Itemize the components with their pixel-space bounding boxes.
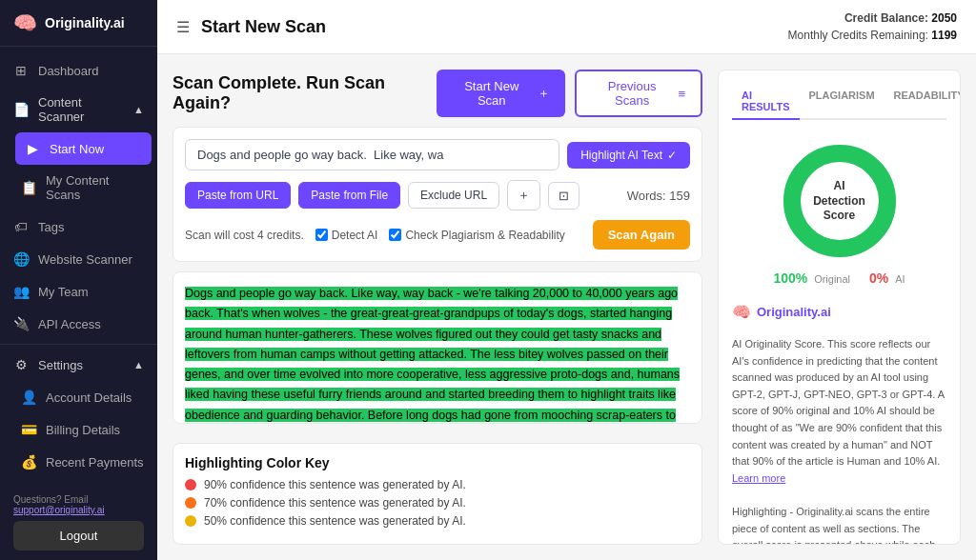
- detect-ai-checkbox[interactable]: [315, 229, 328, 241]
- sidebar-item-website-scanner[interactable]: 🌐 Website Scanner: [0, 243, 157, 275]
- sidebar-item-credit-subscription[interactable]: ⭐ Credit Subscription: [8, 478, 157, 485]
- sidebar-item-label: Start Now: [50, 142, 104, 156]
- chevron-up-icon: ▲: [133, 104, 144, 115]
- logo-text: Originality.ai: [45, 15, 125, 30]
- sidebar-item-label: My Content Scans: [46, 173, 144, 202]
- sidebar-item-label: API Access: [38, 317, 101, 331]
- score-ai: 0% AI: [869, 270, 905, 286]
- support-email-link[interactable]: support@originality.ai: [13, 505, 105, 515]
- color-key-section: Highlighting Color Key 90% confidence th…: [173, 443, 702, 545]
- scans-icon: 📋: [21, 180, 36, 195]
- sidebar-item-my-team[interactable]: 👥 My Team: [0, 275, 157, 308]
- results-tabs: AI RESULTS PLAGIARISM READABILITY: [732, 84, 946, 120]
- sidebar-item-label: Account Details: [46, 390, 132, 405]
- credit-balance-value: 2050: [931, 11, 957, 25]
- plus-icon: ＋: [538, 85, 550, 102]
- start-new-scan-button[interactable]: Start New Scan ＋: [437, 70, 565, 117]
- sidebar: 🧠 Originality.ai ⊞ Dashboard 📄 Content S…: [0, 0, 157, 560]
- header-right: Credit Balance: 2050 Monthly Credits Rem…: [788, 10, 957, 44]
- scan-input-row: Highlight AI Text ✓: [185, 139, 690, 170]
- tab-plagiarism[interactable]: PLAGIARISM: [800, 84, 884, 120]
- scanner-icon: 📄: [13, 102, 29, 117]
- sidebar-footer: Questions? Email support@originality.ai …: [0, 485, 157, 560]
- team-icon: 👥: [13, 284, 29, 299]
- detect-ai-checkbox-label[interactable]: Detect AI: [315, 229, 378, 242]
- plagiarism-checkbox-label[interactable]: Check Plagiarism & Readability: [389, 229, 564, 242]
- copy-icon-button[interactable]: ⊡: [548, 182, 580, 210]
- sidebar-item-start-now[interactable]: ▶ Start Now: [15, 132, 152, 165]
- color-dot-yellow: [185, 515, 196, 527]
- sidebar-logo: 🧠 Originality.ai: [0, 0, 157, 47]
- sidebar-item-label: Content Scanner: [38, 95, 124, 124]
- plagiarism-checkbox[interactable]: [389, 229, 401, 241]
- hamburger-icon[interactable]: ☰: [176, 18, 190, 36]
- paste-from-url-button[interactable]: Paste from URL: [185, 182, 291, 209]
- color-dot-orange: [185, 497, 196, 509]
- chevron-up-icon: ▲: [133, 359, 144, 370]
- scan-again-button[interactable]: Scan Again: [593, 220, 690, 250]
- page-title: Start New Scan: [201, 17, 326, 37]
- tab-ai-results[interactable]: AI RESULTS: [732, 84, 800, 120]
- add-icon-button[interactable]: ＋: [507, 180, 540, 210]
- brain-icon: 🧠: [13, 11, 37, 34]
- support-text: Questions? Email support@originality.ai: [13, 494, 144, 515]
- scan-options-row: Scan will cost 4 credits. Detect AI Chec…: [185, 220, 690, 250]
- donut-label: AI DetectionScore: [808, 179, 870, 224]
- paste-from-file-button[interactable]: Paste from File: [298, 182, 400, 209]
- sidebar-item-recent-payments[interactable]: 💰 Recent Payments: [8, 446, 157, 478]
- highlighted-text: Dogs and people go way back. Like way, w…: [185, 287, 680, 424]
- money-icon: 💰: [21, 454, 36, 470]
- sidebar-item-my-content-scans[interactable]: 📋 My Content Scans: [8, 165, 157, 210]
- logout-button[interactable]: Logout: [13, 521, 144, 550]
- monthly-credits-row: Monthly Credits Remaining: 1199: [788, 27, 957, 44]
- sidebar-item-label: Dashboard: [38, 64, 99, 78]
- sidebar-item-billing-details[interactable]: 💳 Billing Details: [8, 413, 157, 446]
- sidebar-nav: ⊞ Dashboard 📄 Content Scanner ▲ ▶ Start …: [0, 47, 157, 485]
- monthly-credits-value: 1199: [931, 29, 957, 42]
- sidebar-item-settings[interactable]: ⚙ Settings ▲: [0, 349, 157, 381]
- tab-readability[interactable]: READABILITY: [884, 84, 961, 120]
- score-row: 100% Original 0% AI: [773, 270, 905, 286]
- score-description: AI Originality Score. This score reflect…: [732, 336, 946, 545]
- gear-icon: ⚙: [13, 357, 29, 372]
- sidebar-item-tags[interactable]: 🏷 Tags: [0, 210, 157, 243]
- learn-more-link[interactable]: Learn more: [732, 472, 785, 484]
- brand-name: Originality.ai: [757, 305, 831, 319]
- donut-chart: AI DetectionScore: [778, 139, 902, 263]
- globe-icon: 🌐: [13, 251, 29, 267]
- highlight-ai-text-button[interactable]: Highlight AI Text ✓: [567, 142, 690, 169]
- words-count: Words: 159: [627, 189, 690, 203]
- exclude-url-button[interactable]: Exclude URL: [408, 182, 499, 209]
- sidebar-item-content-scanner[interactable]: 📄 Content Scanner ▲: [0, 87, 157, 132]
- score-original: 100% Original: [773, 270, 850, 286]
- brand-icon: 🧠: [732, 303, 751, 321]
- sidebar-item-dashboard[interactable]: ⊞ Dashboard: [0, 54, 157, 87]
- content-area: Scan Complete. Run Scan Again? Start New…: [157, 54, 976, 560]
- header-left: ☰ Start New Scan: [176, 17, 326, 37]
- api-icon: 🔌: [13, 316, 29, 331]
- previous-scans-button[interactable]: Previous Scans ≡: [575, 70, 702, 117]
- sidebar-item-label: Tags: [38, 220, 64, 234]
- user-icon: 👤: [21, 390, 36, 405]
- sidebar-item-api-access[interactable]: 🔌 API Access: [0, 308, 157, 340]
- card-icon: 💳: [21, 422, 36, 437]
- main-content: ☰ Start New Scan Credit Balance: 2050 Mo…: [157, 0, 976, 560]
- play-icon: ▶: [25, 141, 40, 156]
- sidebar-item-label: My Team: [38, 285, 89, 299]
- list-icon: ≡: [678, 87, 685, 101]
- color-key-item-70: 70% confidence this sentence was generat…: [185, 496, 690, 510]
- credit-info: Credit Balance: 2050 Monthly Credits Rem…: [788, 10, 957, 44]
- tag-icon: 🏷: [13, 219, 29, 234]
- sidebar-item-label: Recent Payments: [46, 455, 144, 470]
- color-key-item-50: 50% confidence this sentence was generat…: [185, 514, 690, 528]
- scan-text-input[interactable]: [185, 139, 559, 170]
- color-dot-red: [185, 479, 196, 490]
- top-header: ☰ Start New Scan Credit Balance: 2050 Mo…: [157, 0, 976, 54]
- dashboard-icon: ⊞: [13, 63, 29, 78]
- color-key-item-90: 90% confidence this sentence was generat…: [185, 478, 690, 491]
- sidebar-item-account-details[interactable]: 👤 Account Details: [8, 381, 157, 413]
- scan-cost-text: Scan will cost 4 credits.: [185, 229, 304, 242]
- brand-row: 🧠 Originality.ai: [732, 303, 946, 321]
- scan-header: Scan Complete. Run Scan Again? Start New…: [173, 70, 702, 117]
- checkmark-icon: ✓: [667, 149, 677, 162]
